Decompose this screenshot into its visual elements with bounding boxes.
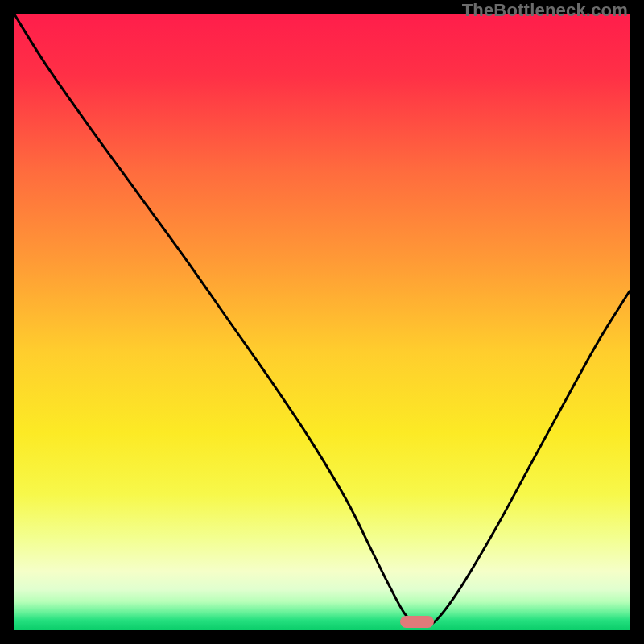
chart-frame: TheBottleneck.com xyxy=(0,0,644,644)
optimum-marker xyxy=(400,616,434,628)
watermark-text: TheBottleneck.com xyxy=(462,0,628,21)
bottleneck-curve xyxy=(14,14,630,630)
plot-area xyxy=(14,14,630,630)
